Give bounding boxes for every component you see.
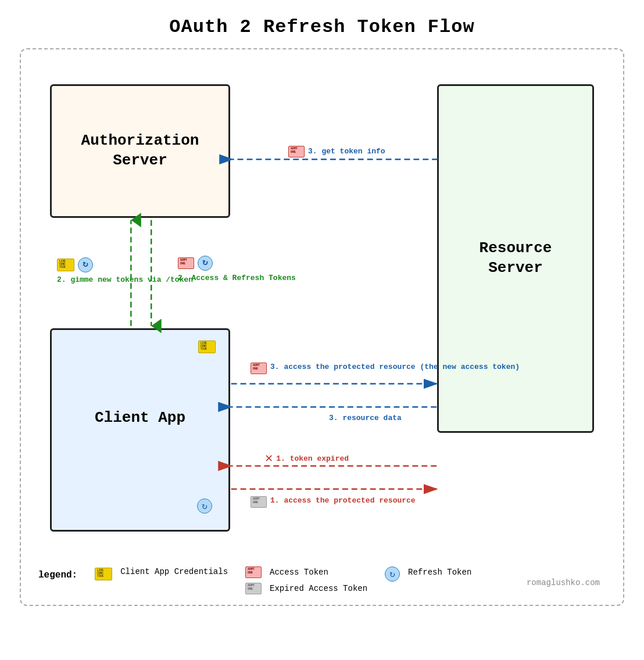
watermark: romaglushko.com bbox=[527, 578, 600, 587]
step2-refresh-icon-left: ↻ bbox=[78, 257, 93, 272]
step3-get-token-label: ADMTONE 3. get token info bbox=[288, 146, 385, 157]
step3-resource-data-label: 3. resource data bbox=[329, 413, 402, 424]
client-ticket-icon: LIVECONCTICK bbox=[198, 340, 216, 353]
step2-refresh-token-icon: ↻ bbox=[198, 256, 213, 271]
step2-gimme-label: LIVECONCTICK ↻ 2. gimme new tokens via /… bbox=[57, 257, 193, 285]
auth-server-box: AuthorizationServer bbox=[50, 84, 230, 218]
resource-server-label: ResourceServer bbox=[480, 239, 552, 278]
legend-title: legend: bbox=[38, 570, 77, 580]
legend-cred-label: Client App Credentials bbox=[120, 566, 228, 577]
client-app-label: Client App bbox=[95, 408, 185, 428]
legend-access-label: Access Token bbox=[270, 568, 328, 577]
main-diagram: AuthorizationServer ResourceServer Clien… bbox=[20, 48, 624, 606]
legend-client-cred: LIVECONCTICK Client App Credentials bbox=[95, 566, 228, 580]
client-refresh-token-icon: ↻ bbox=[197, 498, 212, 514]
legend-expired-icon: ADMTONE bbox=[245, 583, 262, 594]
step1-access-protected-label: ADMTONE 1. access the protected resource bbox=[251, 496, 416, 508]
resource-server-box: ResourceServer bbox=[437, 84, 594, 433]
expired-x-icon: ✕ bbox=[265, 450, 273, 468]
step2-cred-icon-left: LIVECONCTICK bbox=[57, 259, 74, 271]
legend-access-token: ADMTONE Access Token ADMTONE Expired Acc… bbox=[245, 566, 367, 594]
page-title: OAuth 2 Refresh Token Flow bbox=[0, 0, 644, 48]
legend: legend: LIVECONCTICK Client App Credenti… bbox=[38, 564, 471, 594]
step3-access-ticket-icon: ADMTONE bbox=[251, 363, 267, 374]
step2-access-token-icon: ADMTONE bbox=[178, 257, 194, 269]
step3-ticket-icon: ADMTONE bbox=[288, 146, 305, 157]
legend-expired-label: Expired Access Token bbox=[270, 584, 367, 593]
client-app-box: Client App ↻ LIVECONCTICK bbox=[50, 328, 230, 532]
legend-refresh-icon: ↻ bbox=[385, 566, 400, 582]
legend-cred-icon: LIVECONCTICK bbox=[95, 568, 112, 580]
step3-access-protected-label: ADMTONE 3. access the protected resource… bbox=[251, 362, 520, 374]
step1-expired-ticket-icon: ADMTONE bbox=[251, 496, 267, 508]
legend-refresh-token: ↻ Refresh Token bbox=[385, 566, 471, 582]
auth-server-label: AuthorizationServer bbox=[81, 131, 199, 171]
legend-access-icon: ADMTONE bbox=[245, 566, 262, 578]
step2-tokens-label: ADMTONE ↻ 2. Access & Refresh Tokens bbox=[178, 256, 296, 284]
step1-token-expired-label: ✕ 1. token expired bbox=[265, 450, 349, 468]
legend-refresh-label: Refresh Token bbox=[408, 568, 471, 577]
